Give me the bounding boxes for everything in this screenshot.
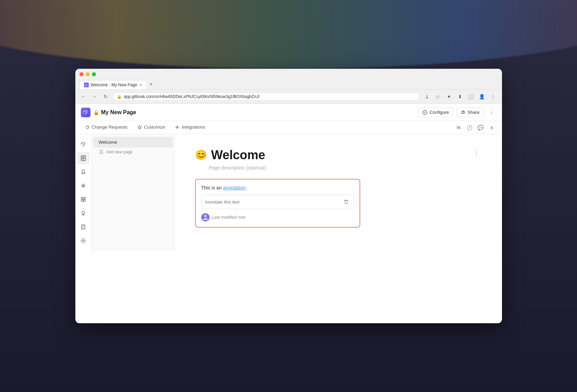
trash-icon — [343, 199, 349, 205]
annotation-text-after: . — [246, 185, 247, 190]
sidebar-ai-button[interactable] — [77, 179, 89, 192]
lock-icon: 🔒 — [117, 95, 122, 99]
icon-sidebar — [75, 134, 92, 251]
annotated-word[interactable]: annotation — [223, 185, 245, 190]
customize-tab[interactable]: Customize — [133, 121, 169, 134]
svg-rect-10 — [81, 200, 83, 202]
header-actions: Configure Share ⋮ — [418, 107, 496, 117]
annotation-footer: Last modified now — [201, 213, 354, 221]
subheader-tabs: Change Requests Customize Integrations — [81, 121, 454, 134]
app-subheader: Change Requests Customize Integrations — [75, 121, 502, 134]
annotation-input-row — [201, 195, 354, 209]
svg-rect-11 — [84, 200, 85, 202]
share-icon — [461, 110, 466, 115]
configure-label: Configure — [429, 110, 449, 115]
tab-title: Welcome - My New Page — [91, 83, 137, 87]
browser-tab-active[interactable]: G Welcome - My New Page ✕ — [79, 80, 147, 89]
toolbar-actions: ⤓ ☆ ✦ ⬇ ⬜ 👤 ⋮ — [422, 92, 498, 101]
annotation-text: This is an annotation. — [201, 185, 354, 190]
svg-point-4 — [177, 127, 178, 128]
sidebar-grid-button[interactable] — [77, 193, 89, 206]
bookmark-button[interactable]: ☆ — [433, 92, 443, 101]
share-button[interactable]: Share — [456, 107, 484, 117]
profile-button[interactable]: 👤 — [477, 92, 487, 101]
page-sidebar: Welcome Add new page — [92, 134, 174, 251]
tab-grid-button[interactable]: ⬜ — [466, 92, 476, 101]
new-tab-button[interactable]: + — [147, 79, 156, 89]
svg-point-12 — [83, 240, 84, 242]
header-more-button[interactable]: ⋮ — [487, 108, 496, 117]
tab-close-button[interactable]: ✕ — [139, 83, 142, 87]
annotation-delete-button[interactable] — [342, 198, 350, 206]
app-layout: 🔒 My New Page Configure — [75, 104, 502, 251]
share-label: Share — [468, 110, 480, 115]
back-button[interactable]: ← — [79, 92, 88, 101]
annotation-box: This is an annotation. — [195, 179, 360, 228]
configure-button[interactable]: Configure — [418, 107, 453, 117]
main-content: Welcome Add new page 😊 Welcome ⋮ — [75, 134, 502, 251]
sidebar-lightbulb-button[interactable] — [77, 207, 89, 219]
svg-point-7 — [83, 185, 84, 187]
change-requests-tab[interactable]: Change Requests — [81, 121, 132, 134]
app-title-text: My New Page — [101, 109, 136, 116]
user-avatar — [201, 213, 210, 221]
app-header: 🔒 My New Page Configure — [75, 104, 502, 121]
browser-toolbar: ← → ↻ 🔒 app.gitbook.com/o/rHbw65DDeLxPNJ… — [75, 90, 502, 104]
traffic-lights — [79, 72, 498, 76]
integrations-tab[interactable]: Integrations — [171, 121, 209, 134]
url-text: app.gitbook.com/o/rHbw65DDeLxPNJCcyl09/s… — [124, 94, 260, 99]
page-title: Welcome — [211, 148, 472, 162]
forward-button[interactable]: → — [90, 92, 99, 101]
email-icon-button[interactable]: ✉ — [454, 123, 463, 132]
annotation-timestamp: Last modified now — [212, 215, 246, 220]
download-page-button[interactable]: ⤓ — [422, 92, 432, 101]
collapse-button[interactable]: ∧ — [487, 123, 496, 132]
sidebar-library-button[interactable] — [77, 221, 89, 233]
page-more-button[interactable]: ⋮ — [472, 148, 481, 157]
sidebar-item-welcome[interactable]: Welcome — [93, 137, 173, 148]
page-emoji: 😊 — [195, 149, 207, 161]
address-bar[interactable]: 🔒 app.gitbook.com/o/rHbw65DDeLxPNJCcyl09… — [113, 92, 419, 101]
add-new-page-button[interactable]: Add new page — [93, 148, 173, 156]
svg-point-3 — [425, 111, 426, 112]
page-heading-row: 😊 Welcome ⋮ — [195, 148, 481, 162]
change-requests-icon — [85, 125, 90, 130]
extensions-button[interactable]: ✦ — [444, 92, 454, 101]
svg-point-5 — [83, 146, 84, 147]
sidebar-pages-button[interactable] — [77, 152, 89, 164]
integrations-label: Integrations — [182, 124, 205, 130]
browser-window: G Welcome - My New Page ✕ + ← → ↻ 🔒 app.… — [75, 69, 502, 323]
subheader-right: ✉ 🕐 💬 ∧ — [454, 123, 496, 132]
page-lock-icon: 🔒 — [93, 110, 99, 115]
github-icon — [423, 110, 427, 115]
integrations-icon — [175, 125, 180, 130]
sidebar-settings-button[interactable] — [77, 235, 89, 247]
annotation-text-before: This is an — [201, 185, 223, 190]
tab-favicon: G — [84, 83, 89, 87]
close-traffic-light[interactable] — [79, 72, 84, 76]
svg-point-2 — [424, 111, 425, 112]
svg-point-0 — [85, 114, 86, 115]
change-requests-label: Change Requests — [92, 124, 128, 130]
sidebar-notifications-button[interactable] — [77, 166, 89, 178]
comments-icon-button[interactable]: 💬 — [476, 123, 485, 132]
svg-rect-9 — [84, 197, 85, 199]
browser-titlebar: G Welcome - My New Page ✕ + — [75, 69, 502, 90]
history-icon-button[interactable]: 🕐 — [465, 123, 474, 132]
customize-icon — [137, 125, 142, 130]
refresh-button[interactable]: ↻ — [101, 92, 110, 101]
app-logo — [81, 108, 90, 117]
customize-label: Customize — [144, 124, 165, 130]
sidebar-logo-button[interactable] — [77, 138, 89, 151]
svg-point-13 — [204, 215, 207, 217]
welcome-page-label: Welcome — [99, 140, 117, 145]
app-title: 🔒 My New Page — [93, 109, 136, 116]
menu-button[interactable]: ⋮ — [488, 92, 498, 101]
add-page-icon — [99, 150, 104, 154]
add-page-label: Add new page — [106, 150, 133, 154]
annotation-input[interactable] — [205, 199, 339, 205]
maximize-traffic-light[interactable] — [92, 72, 96, 76]
svg-rect-8 — [81, 197, 83, 199]
downloads-button[interactable]: ⬇ — [455, 92, 465, 101]
minimize-traffic-light[interactable] — [86, 72, 90, 76]
